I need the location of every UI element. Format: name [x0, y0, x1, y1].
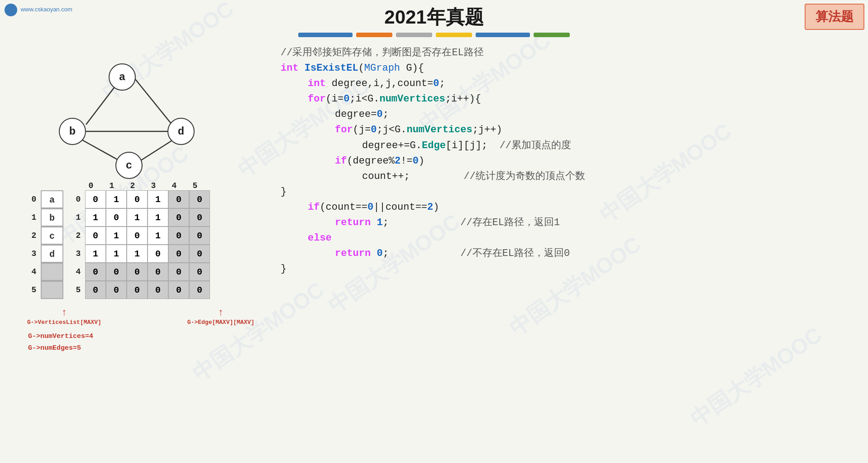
page-title: 2021年真题 [384, 5, 483, 30]
matrix-col-2: 2 [122, 181, 143, 190]
matrix-row-0: 0 a 0 0 1 0 1 0 0 [27, 190, 210, 208]
matrix-col-5: 5 [185, 181, 205, 190]
code-line-9: } [281, 184, 859, 200]
bottom-info: G->numVertices=4 G->numEdges=5 [28, 331, 93, 354]
graph-area: a b d c [45, 45, 217, 177]
code-area: //采用邻接矩阵存储，判断图是否存在EL路径 int IsExistEL ( M… [281, 45, 859, 277]
matrix-col-3: 3 [143, 181, 164, 190]
code-line-10: if (count== 0 ||count== 2 ) [281, 200, 859, 215]
code-line-14: } [281, 261, 859, 277]
color-bar-seg-3 [396, 33, 432, 37]
page-title-text: 2021年真题 [384, 6, 483, 28]
code-line-13: return 0 ; //不存在EL路径，返回0 [281, 246, 859, 261]
color-bar-seg-5 [476, 33, 530, 37]
matrix-col-0: 0 [81, 181, 101, 190]
svg-line-4 [138, 139, 174, 162]
code-line-6: degree+=G. Edge [i][j]; //累加顶点的度 [281, 138, 859, 154]
code-line-5: for (j= 0 ;j<G. numVertices ;j++) [281, 122, 859, 138]
matrix-col-headers: 0 1 2 3 4 5 [72, 181, 210, 190]
code-line-3: for (i= 0 ;i<G. numVertices ;i++){ [281, 92, 859, 107]
matrix-col-1: 1 [101, 181, 122, 190]
tag-suanfa: 算法题 [805, 4, 864, 30]
arrow-labels: ↑ G->VerticesList[MAXV] ↑ G->Edge[MAXV][… [27, 308, 254, 326]
matrix-row-4: 4 4 0 0 0 0 0 0 [27, 263, 210, 281]
matrix-row-3: 3 d 3 1 1 1 0 0 0 [27, 245, 210, 263]
matrix-row-2: 2 c 2 0 1 0 1 0 0 [27, 227, 210, 245]
code-line-8: count++; //统计度为奇数的顶点个数 [281, 169, 859, 184]
matrix-row-1: 1 b 1 1 0 1 1 0 0 [27, 208, 210, 227]
website-logo: www.cskaoyan.com [5, 4, 72, 16]
code-line-4: degree= 0 ; [281, 107, 859, 122]
code-line-7: if (degree% 2 != 0 ) [281, 154, 859, 169]
svg-line-3 [81, 139, 122, 162]
code-line-12: else [281, 231, 859, 246]
node-b: b [59, 118, 86, 145]
color-bar-seg-4 [436, 33, 472, 37]
node-a: a [109, 63, 136, 91]
code-line-11: return 1 ; //存在EL路径，返回1 [281, 215, 859, 231]
color-bar-seg-6 [534, 33, 570, 37]
matrix-area: 0 1 2 3 4 5 0 a 0 0 1 0 1 0 0 1 b 1 1 0 … [27, 181, 210, 299]
matrix-row-5: 5 5 0 0 0 0 0 0 [27, 281, 210, 299]
color-bar [298, 33, 570, 37]
node-c: c [115, 152, 143, 179]
vertices-list-arrow: ↑ G->VerticesList[MAXV] [27, 308, 101, 326]
code-line-1: int IsExistEL ( MGraph G){ [281, 61, 859, 76]
code-comment: //采用邻接矩阵存储，判断图是否存在EL路径 [281, 45, 859, 61]
edge-arrow: ↑ G->Edge[MAXV][MAXV] [187, 308, 254, 326]
color-bar-seg-2 [356, 33, 392, 37]
node-d: d [167, 118, 195, 145]
color-bar-seg-1 [298, 33, 353, 37]
code-line-2: int degree,i,j,count= 0 ; [281, 76, 859, 92]
svg-line-1 [134, 77, 172, 125]
matrix-col-4: 4 [164, 181, 185, 190]
